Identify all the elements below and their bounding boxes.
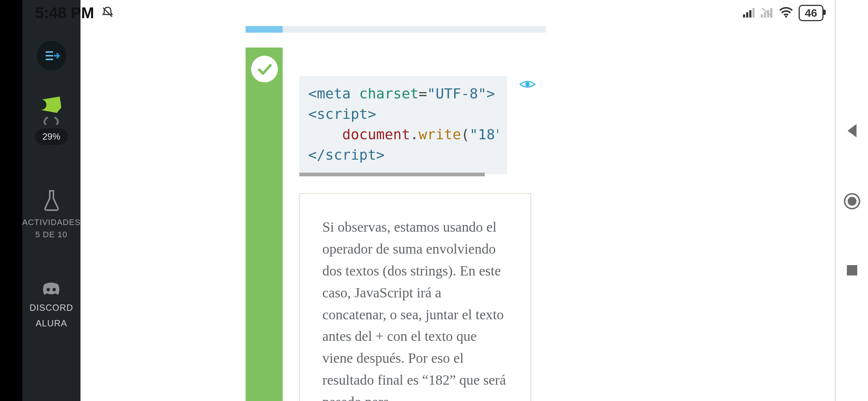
left-gutter — [0, 0, 22, 401]
eye-icon[interactable] — [519, 78, 536, 92]
discord-label-1: DISCORD — [30, 301, 73, 314]
activities-label: ACTIVIDADES — [22, 216, 81, 228]
back-icon[interactable] — [845, 123, 859, 140]
home-icon[interactable] — [843, 192, 861, 212]
lesson-progress[interactable] — [246, 26, 546, 33]
discord-icon — [30, 281, 73, 299]
flask-icon — [22, 189, 81, 212]
svg-point-15 — [525, 82, 530, 87]
svg-point-14 — [53, 288, 56, 291]
code-content: <meta charset="UTF-8"> <script> document… — [308, 84, 498, 165]
content-pane: <meta charset="UTF-8"> <script> document… — [80, 0, 835, 401]
lesson-progress-fill — [246, 26, 283, 33]
activities-count: 5 DE 10 — [22, 228, 81, 241]
sidebar-discord[interactable]: DISCORD ALURA — [30, 281, 73, 329]
svg-point-17 — [848, 197, 857, 206]
lesson-status-stripe — [246, 48, 283, 401]
sidebar: 29% ACTIVIDADES 5 DE 10 DISCORD ALURA — [22, 0, 80, 401]
ticket-icon[interactable] — [35, 97, 68, 126]
progress-pill: 29% — [35, 128, 68, 145]
explanation-box: Si observas, estamos usando el operador … — [299, 193, 531, 401]
code-block: <meta charset="UTF-8"> <script> document… — [299, 76, 507, 174]
recents-icon[interactable] — [845, 264, 859, 278]
menu-next-button[interactable] — [37, 41, 66, 71]
svg-rect-18 — [847, 265, 857, 276]
svg-point-13 — [47, 288, 50, 291]
code-scrollbar[interactable] — [299, 173, 485, 176]
check-icon — [251, 56, 278, 82]
discord-label-2: ALURA — [30, 317, 73, 330]
sidebar-activities[interactable]: ACTIVIDADES 5 DE 10 — [22, 189, 81, 241]
device-nav — [836, 0, 868, 401]
explanation-text: Si observas, estamos usando el operador … — [322, 216, 508, 401]
